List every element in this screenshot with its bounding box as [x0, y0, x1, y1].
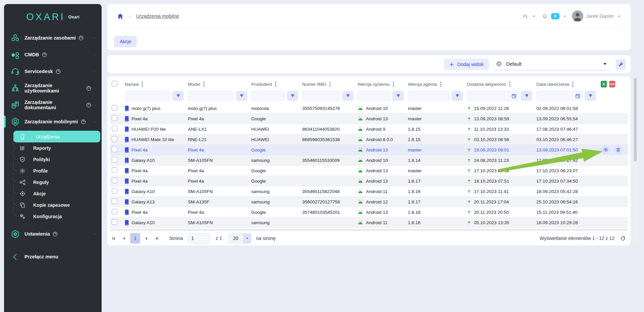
- chevron-down-icon[interactable]: [92, 35, 98, 41]
- row-checkbox[interactable]: [112, 157, 117, 163]
- table-row[interactable]: HUAWEI P20 liteANE-LX1HUAWEI863411044053…: [110, 124, 628, 134]
- row-delete-trash-button[interactable]: [612, 145, 624, 155]
- user-menu[interactable]: Jarek Gąsior: [586, 13, 614, 19]
- filter-input[interactable]: [408, 91, 449, 101]
- add-view-button[interactable]: Dodaj widok: [444, 59, 489, 70]
- column-menu-icon[interactable]: [509, 81, 511, 87]
- column-menu-icon[interactable]: [572, 81, 574, 87]
- filter-input[interactable]: [302, 91, 340, 101]
- filter-input[interactable]: [251, 91, 285, 101]
- column-menu-icon[interactable]: [329, 81, 331, 87]
- first-page-button[interactable]: [109, 233, 119, 243]
- row-checkbox[interactable]: [112, 146, 117, 152]
- sidebar-subitem-regu-y[interactable]: Reguły: [4, 177, 102, 188]
- column-menu-icon[interactable]: [142, 81, 143, 87]
- sidebar-item-zarz-dzanie-dokumentami[interactable]: Zarządzanie dokumentami: [4, 97, 102, 113]
- column-menu-icon[interactable]: [203, 81, 205, 87]
- table-row[interactable]: Pixel 4aPixel 4aGoogleAndroid 131.8.1718…: [110, 176, 628, 186]
- sidebar-subitem-konfiguracja[interactable]: Konfiguracja: [4, 211, 102, 222]
- filter-funnel-button[interactable]: [521, 91, 532, 101]
- filter-funnel-button[interactable]: [342, 91, 354, 101]
- row-checkbox[interactable]: [112, 209, 117, 214]
- filter-funnel-button[interactable]: [585, 91, 596, 101]
- notifications-bell-icon[interactable]: [542, 13, 548, 19]
- filter-funnel-button[interactable]: [172, 91, 184, 101]
- row-view-eye-button[interactable]: [600, 145, 611, 155]
- sidebar-item-zarz-dzanie-u-ytkownikami[interactable]: Zarządzanie użytkownikami: [4, 80, 102, 97]
- export-excel-icon[interactable]: X: [601, 81, 607, 87]
- calendar-icon[interactable]: [575, 93, 581, 99]
- row-checkbox[interactable]: [112, 105, 117, 111]
- sidebar-item-zarz-dzanie-mobilnymi[interactable]: Zarządzanie mobilnymi: [4, 113, 102, 130]
- row-checkbox[interactable]: [112, 178, 117, 183]
- sidebar-item-cmdb[interactable]: CMDB: [4, 46, 102, 63]
- calendar-icon[interactable]: [511, 93, 517, 99]
- sidebar-subitem-urz-dzenia[interactable]: Urządzenia: [13, 131, 100, 142]
- per-page-select[interactable]: 20: [228, 233, 252, 244]
- column-header-ostatnia-aktywno-[interactable]: Ostatnia aktywność: [467, 81, 536, 87]
- row-checkbox[interactable]: [112, 126, 117, 131]
- sidebar-subitem-polityki[interactable]: Polityki: [4, 154, 102, 165]
- table-row[interactable]: HUAWEI Mate 10 liteRNE-L21HUAWEI86859803…: [110, 134, 628, 145]
- row-checkbox[interactable]: [112, 188, 117, 194]
- table-row[interactable]: Pixel 4aPixel 4aGoogleAndroid 13master19…: [110, 145, 628, 155]
- language-caret-icon[interactable]: [532, 14, 536, 18]
- collapse-menu-button[interactable]: Przełącz menu: [4, 248, 102, 265]
- last-page-button[interactable]: [152, 233, 162, 243]
- avatar[interactable]: [572, 10, 583, 22]
- row-checkbox[interactable]: [112, 136, 117, 142]
- current-page-button[interactable]: 1: [130, 233, 140, 244]
- table-row[interactable]: Galaxy A10SM-A105FNsamsung35546011582204…: [110, 186, 628, 197]
- column-header-model[interactable]: Model: [188, 81, 251, 87]
- table-row[interactable]: Pixel 4aPixel 4aGoogleAndroid 13master17…: [110, 166, 628, 176]
- sidebar-subitem-akcje[interactable]: Akcje: [4, 188, 102, 199]
- filter-funnel-button[interactable]: [287, 91, 298, 101]
- table-row[interactable]: Pixel 4aPixel 4aGoogle357480103545201And…: [110, 207, 628, 217]
- column-header-numer-imei[interactable]: Numer IMEI: [302, 81, 358, 87]
- chevron-down-icon[interactable]: [92, 85, 98, 91]
- notifications-caret-icon[interactable]: [562, 14, 567, 18]
- sidebar-item-servicedesk[interactable]: Servicedesk: [4, 63, 102, 80]
- home-icon[interactable]: [117, 13, 124, 20]
- table-row[interactable]: Galaxy A10SM-A105FNsamsung35546011553300…: [110, 155, 628, 166]
- vertical-scrollbar[interactable]: [634, 78, 637, 244]
- chevron-down-icon[interactable]: [92, 231, 98, 237]
- column-header-nazwa[interactable]: Nazwa: [125, 81, 188, 87]
- table-row[interactable]: moto g(7) plusmoto g(7) plusmotorola3555…: [110, 103, 628, 114]
- user-caret-icon[interactable]: [617, 14, 621, 18]
- filter-input[interactable]: [358, 91, 390, 101]
- export-pdf-icon[interactable]: PDF: [609, 81, 615, 87]
- chevron-down-icon[interactable]: [92, 52, 98, 57]
- notification-count-badge[interactable]: 0: [551, 13, 559, 19]
- table-settings-wrench-button[interactable]: [615, 59, 626, 70]
- sidebar-item-zarz-dzanie-zasobami[interactable]: Zarządzanie zasobami: [4, 29, 102, 46]
- chevron-down-icon[interactable]: [92, 119, 98, 124]
- row-checkbox[interactable]: [112, 198, 117, 204]
- column-header-wersja-agenta[interactable]: Wersja agenta: [408, 81, 467, 87]
- table-row[interactable]: Pixel 4aPixel 4aGoogleAndroid 13master13…: [110, 114, 628, 124]
- language-select[interactable]: PL: [523, 14, 529, 19]
- view-select[interactable]: Default: [494, 58, 610, 70]
- sidebar-subitem-raporty[interactable]: Raporty: [4, 142, 102, 154]
- breadcrumb-current[interactable]: Urządzenia mobilne: [136, 13, 179, 19]
- column-header-wersja-systemu[interactable]: Wersja systemu: [358, 81, 408, 87]
- filter-funnel-button[interactable]: [392, 91, 404, 101]
- filter-input[interactable]: [188, 91, 234, 101]
- sidebar-subitem-kopie-zapasowe[interactable]: Kopie zapasowe: [4, 199, 102, 211]
- prev-page-button[interactable]: [119, 233, 129, 243]
- column-menu-icon[interactable]: [275, 81, 276, 87]
- table-row[interactable]: Galaxy A13SM-A135Fsamsung356002720127758…: [110, 197, 628, 207]
- sidebar-subitem-profile[interactable]: Profile: [4, 165, 102, 177]
- column-menu-icon[interactable]: [440, 81, 441, 87]
- filter-funnel-button[interactable]: [236, 91, 247, 101]
- row-checkbox[interactable]: [112, 219, 117, 225]
- chevron-down-icon[interactable]: [92, 69, 98, 74]
- filter-funnel-button[interactable]: [451, 91, 463, 101]
- column-menu-icon[interactable]: [393, 81, 394, 87]
- chevron-down-icon[interactable]: [92, 102, 98, 108]
- next-page-button[interactable]: [142, 233, 152, 243]
- sidebar-item-ustawienia[interactable]: Ustawienia: [4, 226, 102, 242]
- akcje-button[interactable]: Akcje: [114, 36, 137, 47]
- filter-input[interactable]: [125, 91, 170, 101]
- row-checkbox[interactable]: [112, 167, 117, 173]
